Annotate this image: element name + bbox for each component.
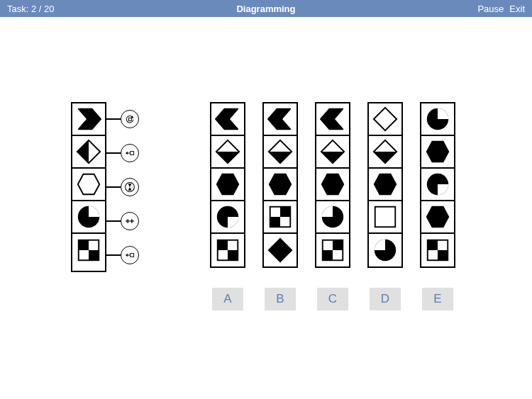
answer-cell	[264, 103, 297, 136]
answer-column	[315, 102, 350, 268]
svg-rect-7	[89, 250, 99, 260]
svg-rect-56	[438, 250, 448, 260]
answer-cell	[211, 169, 244, 201]
answer-column	[210, 102, 245, 268]
svg-marker-35	[269, 239, 292, 262]
svg-rect-33	[280, 207, 290, 217]
answer-column	[262, 102, 298, 268]
svg-marker-23	[217, 174, 238, 195]
svg-rect-6	[79, 240, 89, 250]
answer-cell	[369, 103, 401, 136]
source-cell	[72, 136, 105, 169]
answer-cell	[421, 103, 454, 136]
answer-button[interactable]: C	[317, 288, 348, 310]
svg-rect-27	[228, 250, 238, 260]
svg-marker-20	[216, 109, 238, 130]
operation-row	[106, 102, 139, 136]
svg-marker-47	[375, 174, 396, 195]
answer-cell	[264, 201, 297, 234]
answer-option: B	[262, 102, 298, 310]
exit-button[interactable]: Exit	[509, 4, 525, 14]
operation-row	[106, 136, 139, 170]
svg-rect-48	[375, 207, 396, 227]
answer-cell	[316, 234, 349, 266]
svg-marker-11	[126, 152, 127, 155]
svg-marker-39	[322, 174, 343, 195]
svg-marker-51	[427, 142, 448, 162]
answer-cell	[264, 234, 297, 266]
answer-option: C	[315, 102, 350, 310]
answer-button[interactable]: D	[370, 288, 401, 310]
source-area	[71, 102, 139, 272]
svg-marker-3	[78, 174, 99, 195]
answer-cell	[264, 136, 297, 169]
answer-cell	[316, 201, 349, 234]
answer-cell	[211, 201, 244, 234]
answer-cell	[316, 103, 349, 136]
operation-row	[106, 204, 139, 238]
svg-marker-22	[216, 152, 239, 163]
answer-cell	[211, 234, 244, 266]
answer-cell	[211, 103, 244, 136]
operation-icon	[121, 246, 139, 264]
answer-button[interactable]: A	[212, 288, 243, 310]
svg-marker-0	[79, 109, 101, 130]
answer-cell	[421, 234, 454, 266]
svg-rect-19	[131, 254, 134, 257]
answer-cell	[421, 169, 454, 201]
operation-row	[106, 238, 139, 272]
answer-column	[420, 102, 455, 268]
source-cell	[72, 201, 105, 234]
svg-rect-43	[323, 250, 333, 260]
svg-marker-18	[126, 254, 127, 257]
svg-marker-38	[321, 152, 344, 163]
source-column	[71, 102, 106, 272]
answer-button[interactable]: B	[265, 288, 296, 310]
operation-icon	[121, 178, 139, 196]
operation-icon	[121, 110, 139, 128]
page-title: Diagramming	[54, 4, 477, 14]
svg-marker-36	[321, 109, 343, 130]
header-bar: Task: 2 / 20 Diagramming Pause Exit	[0, 0, 532, 17]
answer-options: ABCDE	[210, 102, 455, 310]
svg-rect-12	[131, 152, 134, 155]
operation-icon	[121, 144, 139, 162]
answer-cell	[369, 136, 401, 169]
answer-button[interactable]: E	[422, 288, 453, 310]
source-cell	[72, 234, 105, 266]
answer-cell	[369, 234, 401, 266]
source-cell	[72, 169, 105, 201]
svg-marker-53	[427, 207, 448, 227]
answer-cell	[369, 169, 401, 201]
answer-option: D	[367, 102, 403, 310]
answer-option: E	[420, 102, 455, 310]
answer-cell	[316, 136, 349, 169]
source-cell	[72, 103, 105, 136]
operation-icon	[121, 212, 139, 230]
svg-marker-28	[268, 109, 290, 130]
operation-row	[106, 170, 139, 204]
answer-cell	[264, 169, 297, 201]
svg-rect-34	[270, 217, 280, 227]
pause-button[interactable]: Pause	[477, 4, 504, 14]
answer-cell	[421, 201, 454, 234]
svg-rect-9	[128, 118, 131, 120]
svg-marker-31	[270, 174, 291, 195]
svg-rect-42	[333, 240, 343, 250]
answer-column	[367, 102, 403, 268]
svg-rect-26	[218, 240, 228, 250]
answer-option: A	[210, 102, 245, 310]
svg-marker-2	[77, 140, 89, 163]
task-counter: Task: 2 / 20	[7, 4, 54, 14]
answer-cell	[421, 136, 454, 169]
operations-column	[106, 102, 139, 272]
answer-cell	[316, 169, 349, 201]
answer-cell	[369, 201, 401, 234]
svg-marker-46	[374, 152, 397, 163]
svg-marker-44	[374, 108, 397, 130]
answer-cell	[211, 136, 244, 169]
svg-marker-30	[269, 152, 292, 163]
svg-rect-55	[428, 240, 438, 250]
